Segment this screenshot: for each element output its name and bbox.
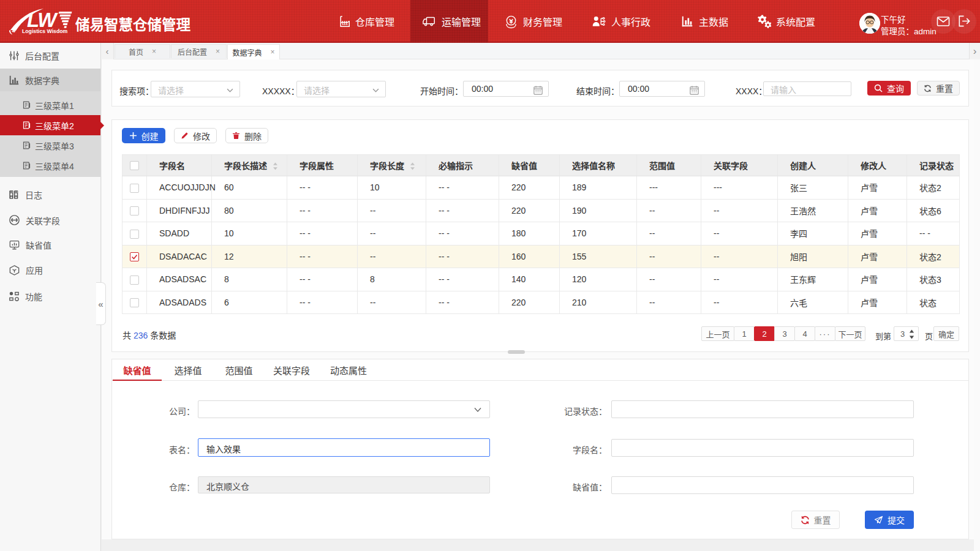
- svg-text:Logistics Wisdom: Logistics Wisdom: [22, 28, 68, 34]
